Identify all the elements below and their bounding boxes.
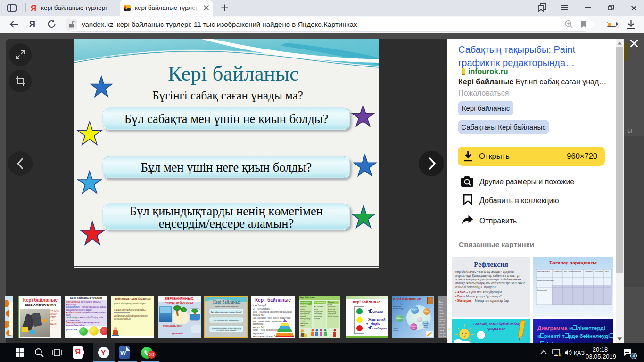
svg-text:Бұл сабақта мен үшін не қиын б: Бұл сабақта мен үшін не қиын болды? <box>124 112 329 126</box>
svg-text:ұнады ма?: ұнады ма? <box>487 327 505 331</box>
svg-text:Тапсырма: Тапсырма <box>585 271 592 272</box>
svg-text:Балақай, саған бүгінгі сабақ: Балақай, саған бүгінгі сабақ <box>473 322 520 326</box>
svg-text:еңсердім/еңсере аламын?: еңсердім/еңсере аламын? <box>216 329 236 331</box>
svg-text:Бүгінгі сабақ саған ұнады ма?: Бүгінгі сабақ саған ұнады ма? <box>215 305 239 308</box>
svg-text:Мен түсіндім: Мен түсіндім <box>564 271 574 272</box>
svg-text:Бүгінгі сабақ саған ұнады ма?: Бүгінгі сабақ саған ұнады ма? <box>152 89 303 102</box>
svg-text:Білемін/жасай аламын: Білемін/жасай аламын <box>537 280 554 282</box>
svg-text:Бағалау парағы: Бағалау парағы <box>537 271 550 272</box>
svg-text:Оқушы аты: Оқушы аты <box>553 271 562 272</box>
svg-text:Кемшілік: Кемшілік <box>574 271 581 272</box>
svg-text:Кері байланыс: Кері байланыс <box>213 300 241 304</box>
svg-text:Бұл мен үшін неге қиын болды?: Бұл мен үшін неге қиын болды? <box>141 160 312 174</box>
svg-text:Өте жақсы: Өте жақсы <box>595 271 603 272</box>
svg-text:еңсердім/еңсере аламын?: еңсердім/еңсере аламын? <box>159 216 294 230</box>
svg-text:Білгім келеді: Білгім келеді <box>537 289 547 291</box>
svg-text:Бұл сабақта мен үшін не қиын б: Бұл сабақта мен үшін не қиын болды? <box>211 311 242 313</box>
svg-text:Бұл мен үшін неге қиын болды?: Бұл мен үшін неге қиын болды? <box>214 319 239 321</box>
svg-text:Баға: Баға <box>605 271 609 272</box>
svg-text:Кері байланыс: Кері байланыс <box>168 62 299 85</box>
